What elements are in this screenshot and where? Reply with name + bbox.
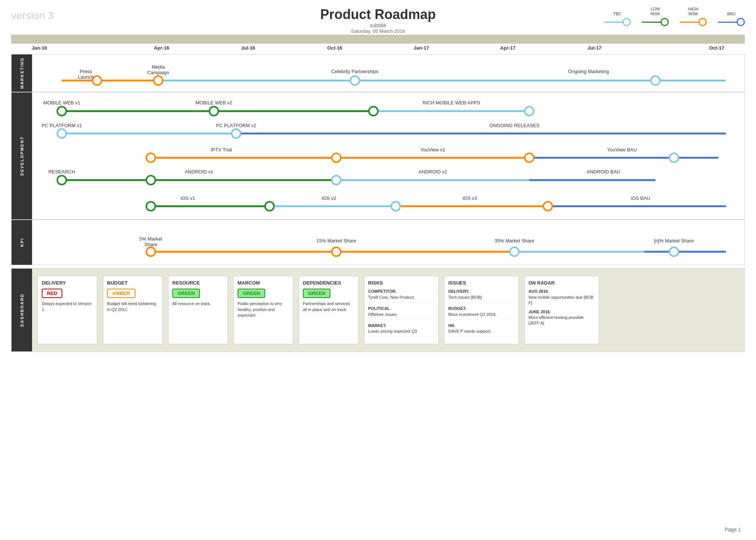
svg-text:iOS v2: iOS v2 [321, 195, 336, 201]
svg-text:Press: Press [80, 69, 92, 74]
svg-point-5 [651, 76, 660, 85]
svg-point-2 [92, 76, 101, 85]
svg-text:Ongoing Marketing: Ongoing Marketing [568, 69, 609, 74]
svg-text:ANDROID v1: ANDROID v1 [185, 169, 213, 175]
dashboard-label: DASHBOARD [12, 269, 32, 351]
svg-text:MOBILE WEB v2: MOBILE WEB v2 [195, 100, 232, 106]
budget-card: BUDGET AMBER Budget will need bolstering… [103, 276, 163, 344]
marcom-text: Public perception is very healthy, posit… [238, 301, 289, 318]
risk-item-3-text: Lower pricing expected Q3 [368, 329, 435, 334]
issue-item-2: BUDGET. More investment Q2 2016. [448, 306, 515, 320]
svg-point-67 [332, 247, 341, 256]
svg-text:Share: Share [144, 242, 157, 247]
month-jul16: Jul-16 [205, 45, 291, 51]
svg-point-55 [265, 202, 274, 211]
svg-point-32 [146, 153, 155, 162]
svg-point-56 [391, 202, 400, 211]
legend-label-highrisk: HIGHRISK [688, 7, 699, 16]
svg-point-18 [525, 107, 534, 116]
svg-point-57 [543, 202, 552, 211]
radar-item-2: JUNE 2016. More efficient hosting possib… [528, 309, 595, 326]
legend-item-bau: BAU [718, 12, 745, 26]
marketing-label: MARKETING [12, 54, 32, 92]
svg-point-69 [669, 247, 678, 256]
radar-item-2-date: JUNE 2016. [528, 310, 551, 314]
issue-item-3: HR. DAVE P needs support. [448, 323, 515, 337]
svg-text:iOS BAU: iOS BAU [631, 195, 650, 201]
risk-item-2-text: Offshore issues. [368, 312, 435, 317]
delivery-card: DELIVERY RED Delays expected to Version … [38, 276, 97, 344]
dependencies-text: Partnerships and services all in place a… [303, 301, 354, 313]
issue-item-2-text: More investment Q2 2016. [448, 312, 515, 317]
svg-point-45 [332, 176, 341, 185]
svg-text:ONGOING RELEASES: ONGOING RELEASES [489, 123, 540, 128]
kpi-content: 5% Market Share 15% Market Share 35% Mar… [32, 220, 744, 265]
month-oct17: Oct-17 [638, 45, 724, 51]
svg-text:15% Market Share: 15% Market Share [316, 238, 356, 244]
main-title: Product Roadmap [320, 7, 436, 22]
svg-text:YouView v1: YouView v1 [420, 147, 445, 153]
legend-line-wrap-highrisk [680, 18, 707, 26]
on-radar-title: ON RADAR [528, 280, 595, 286]
svg-point-17 [369, 107, 378, 116]
marketing-content: Press Launch Media Campaign Celebrity Pa… [32, 54, 744, 92]
development-label: DEVELOPMENT [12, 92, 32, 219]
legend-line-bau [718, 22, 737, 23]
legend-label-tbc: TBC [613, 12, 621, 16]
svg-text:PC PLATFORM v1: PC PLATFORM v1 [41, 123, 82, 128]
title-center: Product Roadmap subtitle Saturday, 05 Ma… [320, 7, 436, 34]
issues-title: ISSUES [448, 280, 515, 286]
risk-item-2-title: POLITICAL. [368, 306, 435, 311]
budget-text: Budget will need bolstering in Q2 2011. [107, 301, 159, 313]
legend-item-tbc: TBC [604, 12, 631, 26]
svg-point-4 [351, 76, 360, 85]
dependencies-title: DEPENDENCIES [303, 280, 354, 286]
resource-title: RESOURCE [172, 280, 224, 286]
issue-item-2-title: BUDGET. [448, 306, 515, 311]
development-svg: MOBILE WEB v1 MOBILE WEB v2 RICH MOBILE … [32, 96, 744, 223]
dependencies-card: DEPENDENCIES GREEN Partnerships and serv… [299, 276, 358, 344]
development-content: MOBILE WEB v1 MOBILE WEB v2 RICH MOBILE … [32, 92, 744, 219]
svg-point-68 [510, 247, 519, 256]
svg-text:Media: Media [152, 64, 165, 70]
svg-text:YouView BAU: YouView BAU [607, 147, 637, 153]
svg-point-54 [146, 202, 155, 211]
legend-line-highrisk [680, 22, 699, 23]
risks-card: RISKS COMPETITOR. Tyrell Corp, New Produ… [364, 276, 439, 344]
legend-circle-lowrisk [661, 18, 669, 26]
svg-text:IPTV Trial: IPTV Trial [211, 147, 232, 153]
risk-item-3-title: MARKET. [368, 323, 435, 329]
svg-text:MOBILE WEB v1: MOBILE WEB v1 [43, 100, 80, 106]
svg-text:Launch: Launch [78, 74, 94, 80]
svg-point-34 [525, 153, 534, 162]
resource-card: RESOURCE GREEN All resource on track. [168, 276, 228, 344]
dashboard-wrapper: DASHBOARD DELIVERY RED Delays expected t… [11, 268, 745, 352]
legend-circle-highrisk [699, 18, 707, 26]
subtitle: subtitle [320, 22, 436, 28]
month-apr17: Apr-17 [465, 45, 551, 51]
legend-label-bau: BAU [727, 12, 736, 16]
month-oct16: Oct-16 [291, 45, 378, 51]
timeline-months: Jan-16 Apr-16 Jul-16 Oct-16 Jan-17 Apr-1… [11, 44, 745, 52]
issues-card: ISSUES DELIVERY. Tech issues [BOB] BUDGE… [444, 276, 519, 344]
legend-label-lowrisk: LOWRISK [650, 7, 660, 16]
resource-text: All resource on track. [172, 301, 224, 307]
radar-item-1-text: New mobile opportunities due [BOB F] [528, 295, 595, 306]
dependencies-badge: GREEN [303, 289, 330, 298]
legend: TBC LOWRISK HIGHRISK BAU [604, 7, 745, 28]
issue-item-1-text: Tech issues [BOB] [448, 295, 515, 300]
month-jul17: Jul-17 [551, 45, 638, 51]
svg-point-25 [232, 129, 241, 138]
risk-item-1: COMPETITOR. Tyrell Corp, New Product. [368, 289, 435, 303]
risk-item-2: POLITICAL. Offshore issues. [368, 306, 435, 320]
on-radar-card: ON RADAR AUG 2016. New mobile opportunit… [524, 276, 599, 344]
svg-text:RICH MOBILE WEB APPS: RICH MOBILE WEB APPS [423, 100, 480, 106]
radar-item-1: AUG 2016. New mobile opportunities due [… [528, 289, 595, 306]
svg-text:ANDROID v2: ANDROID v2 [418, 169, 447, 175]
svg-text:Celebrity Partnerships: Celebrity Partnerships [331, 69, 379, 74]
risk-item-3: MARKET. Lower pricing expected Q3 [368, 323, 435, 337]
sections-wrapper: MARKETING Press Launch Media Campaign [11, 54, 745, 265]
legend-item-lowrisk: LOWRISK [642, 7, 669, 26]
svg-text:RESEARCH: RESEARCH [48, 169, 75, 175]
legend-circle-bau [737, 18, 745, 26]
